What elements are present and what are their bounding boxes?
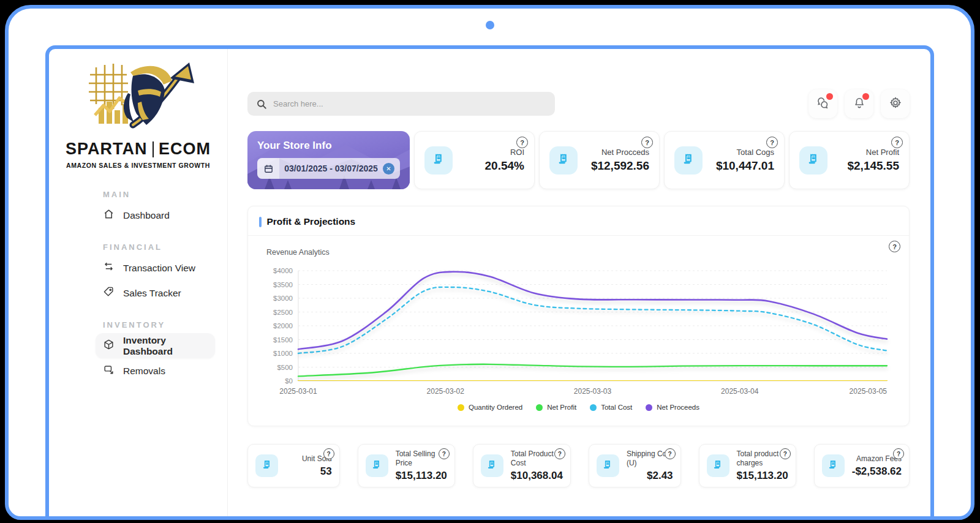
help-icon[interactable]: ?: [665, 448, 676, 459]
brand-subtitle: AMAZON SALES & INVESTMENT GROWTH: [49, 162, 227, 169]
legend-item-net-profit[interactable]: Net Profit: [536, 404, 576, 411]
chart-header: Profit & Projections: [248, 206, 909, 236]
svg-text:2025-03-01: 2025-03-01: [279, 387, 317, 396]
accent-bar: [259, 217, 262, 227]
sidebar: SPARTAN ECOM AMAZON SALES & INVESTMENT G…: [49, 49, 228, 520]
svg-text:$500: $500: [277, 364, 293, 371]
legend-label: Quantity Ordered: [469, 404, 522, 411]
main-content: Your Store Info 03/01/2025 - 03/07/2025 …: [228, 49, 930, 520]
nav-section-label: MAIN: [103, 190, 215, 199]
brand-title-left: SPARTAN: [66, 140, 148, 159]
chart-help-icon[interactable]: ?: [889, 241, 900, 252]
stat-iconbox: [707, 454, 729, 477]
stat-value: -$2,538.62: [852, 465, 902, 478]
stat-iconbox: [366, 454, 388, 477]
sidebar-item-sales-tracker[interactable]: Sales Tracker: [96, 280, 215, 306]
series-total-cost: [298, 287, 887, 353]
gear-icon: [889, 96, 902, 112]
profit-projections-card: Profit & Projections ? Revenue Analytics…: [247, 206, 910, 426]
search-icon: [256, 99, 267, 110]
receipt-icon: [431, 152, 446, 169]
stat-card-roi: ROI20.54%?: [414, 131, 535, 189]
svg-text:2025-03-05: 2025-03-05: [850, 387, 888, 396]
sidebar-nav: MAINDashboardFINANCIALTransaction ViewSa…: [49, 169, 227, 383]
svg-text:$1000: $1000: [273, 350, 293, 357]
stat-iconbox: [597, 454, 619, 477]
help-icon[interactable]: ?: [641, 137, 653, 148]
home-icon: [103, 208, 115, 222]
stat-card-total-selling-price: Total Selling Price$15,113.20?: [358, 444, 455, 487]
sidebar-item-label: Dashboard: [123, 210, 170, 221]
legend-label: Net Profit: [547, 404, 576, 411]
stat-card-shipping-cost-u-: Shipping Cost (U)$2.43?: [589, 444, 681, 487]
stat-card-net-procceds: Net Procceds$12,592.56?: [539, 131, 660, 189]
topbar: [247, 89, 910, 118]
svg-text:$2000: $2000: [273, 322, 293, 329]
stat-card-net-profit: Net Profit$2,145.55?: [789, 131, 910, 189]
receipt-icon: [261, 459, 273, 473]
app-window: SPARTAN ECOM AMAZON SALES & INVESTMENT G…: [45, 45, 934, 520]
stat-label: Net Profit: [866, 148, 899, 157]
stat-value: $2,145.55: [847, 159, 899, 173]
store-info-card: Your Store Info 03/01/2025 - 03/07/2025 …: [247, 131, 410, 189]
svg-text:2025-03-02: 2025-03-02: [427, 387, 465, 396]
help-icon[interactable]: ?: [766, 137, 778, 148]
nav-section-label: INVENTORY: [103, 320, 215, 329]
svg-text:$3000: $3000: [273, 295, 293, 302]
legend-label: Total Cost: [601, 404, 632, 411]
help-icon[interactable]: ?: [439, 448, 450, 459]
line-chart-svg: $0$500$1000$1500$2000$2500$3000$3500$400…: [265, 263, 892, 400]
help-icon[interactable]: ?: [516, 137, 528, 148]
receipt-icon: [556, 152, 571, 169]
sidebar-item-dashboard[interactable]: Dashboard: [96, 203, 215, 228]
sidebar-item-removals[interactable]: Removals: [96, 358, 215, 383]
notification-badge: [826, 93, 833, 100]
sidebar-item-label: Removals: [123, 366, 165, 377]
swap-icon: [103, 261, 115, 275]
legend-dot: [646, 404, 652, 411]
date-range-picker[interactable]: 03/01/2025 - 03/07/2025 ✕: [257, 158, 400, 179]
sidebar-item-label: Sales Tracker: [123, 288, 181, 299]
calendar-icon: [257, 158, 279, 179]
stat-card-total-product-charges: Total product charges$15,113.20?: [699, 444, 796, 487]
search-input[interactable]: [273, 99, 546, 108]
device-frame: SPARTAN ECOM AMAZON SALES & INVESTMENT G…: [5, 5, 974, 520]
svg-text:$0: $0: [285, 377, 293, 385]
sidebar-item-inventory-dashboard[interactable]: Inventory Dashboard: [96, 333, 215, 358]
stat-text: Net Procceds$12,592.56: [585, 148, 649, 173]
bottom-stats-row: Unit Sold53?Total Selling Price$15,113.2…: [247, 444, 910, 487]
help-icon[interactable]: ?: [780, 448, 791, 459]
notification-badge: [862, 93, 869, 100]
stat-value: $15,113.20: [737, 470, 788, 482]
bell-button[interactable]: [845, 89, 873, 118]
search-box[interactable]: [247, 92, 555, 116]
legend-item-quantity-ordered[interactable]: Quantity Ordered: [458, 404, 522, 411]
series-net-profit: [298, 364, 887, 377]
receipt-icon: [806, 152, 821, 169]
help-icon[interactable]: ?: [891, 137, 903, 148]
gear-button[interactable]: [881, 89, 910, 118]
legend-dot: [590, 404, 597, 411]
stat-iconbox: [674, 146, 703, 175]
help-icon[interactable]: ?: [323, 448, 334, 459]
brand-title: SPARTAN ECOM: [49, 140, 227, 159]
receipt-icon: [712, 459, 724, 473]
brand-logo: [74, 56, 203, 138]
help-icon[interactable]: ?: [893, 448, 904, 459]
brand-title-divider: [153, 141, 154, 157]
legend-item-net-proceeds[interactable]: Net Proceeds: [646, 404, 699, 411]
svg-text:$2500: $2500: [273, 309, 293, 316]
legend-item-total-cost[interactable]: Total Cost: [590, 404, 632, 411]
sidebar-item-transaction-view[interactable]: Transaction View: [96, 255, 215, 280]
legend-label: Net Proceeds: [657, 404, 699, 411]
sidebar-item-label: Inventory Dashboard: [123, 335, 208, 357]
stat-value: $15,113.20: [396, 470, 447, 482]
chat-button[interactable]: [809, 89, 837, 118]
receipt-icon: [486, 459, 498, 473]
help-icon[interactable]: ?: [554, 448, 565, 459]
stat-iconbox: [481, 454, 503, 477]
store-info-title: Your Store Info: [257, 140, 400, 152]
stat-text: Total Cogs$10,447.01: [710, 148, 774, 173]
brand-title-right: ECOM: [159, 140, 211, 159]
clear-date-icon[interactable]: ✕: [383, 163, 394, 175]
